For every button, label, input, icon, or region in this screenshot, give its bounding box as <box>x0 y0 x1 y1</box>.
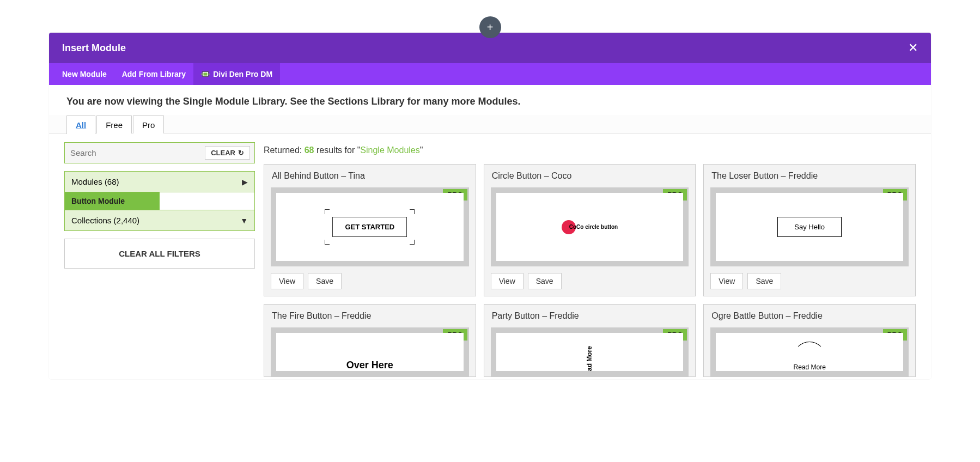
card-title: Party Button – Freddie <box>484 305 696 327</box>
card-title: Ogre Battle Button – Freddie <box>704 305 915 327</box>
module-card: The Fire Button – Freddie PRO Over Here … <box>264 304 476 377</box>
card-preview: PRO Read More <box>710 327 909 376</box>
search-row: CLEAR ↻ <box>64 142 255 163</box>
module-card: Ogre Battle Button – Freddie PRO Read Mo… <box>703 304 916 377</box>
view-button[interactable]: View <box>491 273 524 289</box>
preview-button: ad More <box>586 346 593 371</box>
results-area: Returned: 68 results for "Single Modules… <box>264 142 916 377</box>
search-input[interactable] <box>70 148 205 157</box>
results-header: Returned: 68 results for "Single Modules… <box>264 142 916 155</box>
tab-label: Divi Den Pro DM <box>213 70 272 78</box>
accordion-modules[interactable]: Modules (68) ▶ <box>64 171 255 192</box>
filter-tabs: All Free Pro <box>49 115 931 133</box>
info-text: You are now viewing the Single Module Li… <box>49 85 931 115</box>
content-scroll-area[interactable]: You are now viewing the Single Module Li… <box>49 85 931 379</box>
caret-down-icon: ▼ <box>240 216 248 225</box>
card-title: The Loser Button – Freddie <box>704 165 915 187</box>
divi-den-icon <box>201 71 210 77</box>
accordion-collections[interactable]: Collections (2,440) ▼ <box>64 210 255 231</box>
filter-tab-free[interactable]: Free <box>96 115 132 134</box>
cards-grid: All Behind Button – Tina PRO GET STARTED <box>264 164 916 377</box>
card-preview: PRO ad More <box>491 327 689 376</box>
save-button[interactable]: Save <box>528 273 562 289</box>
modal-title: Insert Module <box>62 42 126 54</box>
preview-button: Over Here <box>346 360 393 371</box>
card-preview: PRO CoCo circle button <box>491 187 689 266</box>
accordion-subitem-wrap: Button Module <box>64 192 255 210</box>
accordion-label: Collections (2,440) <box>71 216 139 225</box>
filter-tab-label: Free <box>106 120 123 130</box>
filter-tab-label: Pro <box>142 120 155 130</box>
preview-button: GET STARTED <box>332 217 407 237</box>
tab-label: New Module <box>62 70 107 78</box>
add-section-button[interactable]: + <box>479 16 501 38</box>
filter-tab-label: All <box>76 120 86 130</box>
preview-button: Say Hello <box>777 217 842 237</box>
filter-button-module[interactable]: Button Module <box>65 192 160 210</box>
modal-tabs: New Module Add From Library Divi Den Pro… <box>49 63 931 85</box>
module-card: The Loser Button – Freddie PRO Say Hello… <box>703 164 916 296</box>
view-button[interactable]: View <box>271 273 303 289</box>
clear-search-button[interactable]: CLEAR ↻ <box>205 146 250 160</box>
card-title: Circle Button – Coco <box>484 165 696 187</box>
preview-button: CoCo circle button <box>562 220 618 234</box>
module-card: All Behind Button – Tina PRO GET STARTED <box>264 164 476 296</box>
accordion-label: Modules (68) <box>71 177 119 186</box>
card-title: All Behind Button – Tina <box>264 165 476 187</box>
filter-tab-all[interactable]: All <box>66 115 95 134</box>
module-card: Circle Button – Coco PRO CoCo circle but… <box>484 164 696 296</box>
close-icon[interactable]: ✕ <box>908 42 918 54</box>
tab-add-from-library[interactable]: Add From Library <box>114 63 193 85</box>
save-button[interactable]: Save <box>747 273 781 289</box>
refresh-icon: ↻ <box>238 149 244 157</box>
save-button[interactable]: Save <box>308 273 342 289</box>
caret-right-icon: ▶ <box>242 178 248 186</box>
card-preview: PRO Say Hello <box>710 187 909 266</box>
tab-label: Add From Library <box>122 70 186 78</box>
view-button[interactable]: View <box>710 273 743 289</box>
module-card: Party Button – Freddie PRO ad More View … <box>484 304 696 377</box>
insert-module-modal: Insert Module ✕ New Module Add From Libr… <box>49 33 931 379</box>
filter-sidebar: CLEAR ↻ Modules (68) ▶ Button Module <box>64 142 255 269</box>
svg-rect-1 <box>204 72 208 75</box>
card-preview: PRO GET STARTED <box>271 187 469 266</box>
clear-label: CLEAR <box>211 149 235 157</box>
tab-new-module[interactable]: New Module <box>54 63 114 85</box>
tab-divi-den-pro[interactable]: Divi Den Pro DM <box>193 63 280 85</box>
card-title: The Fire Button – Freddie <box>264 305 476 327</box>
clear-all-filters-button[interactable]: CLEAR ALL FILTERS <box>64 239 255 269</box>
filter-tab-pro[interactable]: Pro <box>133 115 164 134</box>
card-preview: PRO Over Here <box>271 327 469 376</box>
preview-button: Read More <box>793 352 825 371</box>
